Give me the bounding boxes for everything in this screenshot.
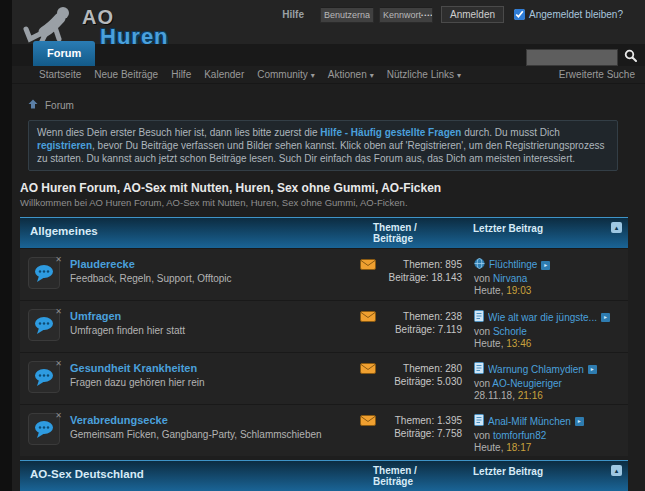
page-subtitle: Willkommen bei AO Huren Forum, AO-Sex mi… — [20, 197, 628, 208]
posts-count: Beiträge: 18.143 — [386, 271, 462, 284]
last-post-time[interactable]: 18:17 — [506, 442, 531, 453]
forum-row-gesundheit: ✕ Gesundheit Krankheiten Fragen dazu geh… — [20, 352, 628, 404]
last-post-user[interactable]: Nirvana — [493, 273, 527, 284]
category-header: Allgemeines Themen / Beiträge Letzter Be… — [20, 217, 628, 248]
search-button[interactable] — [624, 49, 637, 65]
last-post-date: 28.11.18, — [474, 390, 515, 401]
column-last-post: Letzter Beitrag — [473, 465, 611, 477]
collapse-icon[interactable] — [611, 465, 622, 476]
faq-link[interactable]: Hilfe - Häufig gestellte Fragen — [320, 127, 461, 138]
menu-nuetzliche-links[interactable]: Nützliche Links — [387, 69, 461, 80]
new-posts-marker — [360, 359, 386, 376]
goto-last-post-icon[interactable] — [588, 365, 597, 374]
document-icon — [474, 310, 488, 326]
advanced-search-link[interactable]: Erweiterte Suche — [559, 69, 635, 80]
remember-me-checkbox[interactable] — [514, 9, 525, 20]
new-posts-marker — [360, 255, 386, 272]
forum-link[interactable]: Gesundheit Krankheiten — [70, 362, 197, 374]
menu-startseite[interactable]: Startseite — [39, 69, 81, 80]
forum-description: Umfragen finden hier statt — [70, 325, 360, 336]
forum-link[interactable]: Verabredungsecke — [70, 414, 168, 426]
last-post-cell: Warnung Chlamydien von AO-Neugieriger 28… — [474, 359, 622, 403]
forum-row-umfragen: ✕ Umfragen Umfragen finden hier statt — [20, 300, 628, 352]
home-icon[interactable] — [28, 99, 45, 111]
goto-last-post-icon[interactable] — [541, 261, 550, 270]
by-label: von — [474, 273, 490, 284]
envelope-icon — [360, 313, 376, 324]
category-title[interactable]: AO-Sex Deutschland — [30, 465, 373, 480]
close-icon: ✕ — [55, 411, 62, 420]
forum-link[interactable]: Umfragen — [70, 310, 121, 322]
forum-link[interactable]: Plauderecke — [70, 258, 135, 270]
password-mask: •••• — [421, 12, 433, 18]
last-post-title[interactable]: Anal-Milf München — [488, 416, 571, 429]
category-ao-sex-deutschland: AO-Sex Deutschland Themen / Beiträge Let… — [20, 460, 628, 491]
last-post-title[interactable]: Wie alt war die jüngste... — [488, 312, 597, 325]
collapse-icon[interactable] — [611, 222, 622, 233]
remember-me-label[interactable]: Angemeldet bleiben? — [529, 9, 623, 20]
posts-count: Beiträge: 7.758 — [386, 427, 462, 440]
last-post-date: Heute, — [474, 338, 503, 349]
posts-count: Beiträge: 7.119 — [386, 323, 462, 336]
category-title[interactable]: Allgemeines — [30, 222, 373, 237]
forum-description: Feedback, Regeln, Support, Offtopic — [70, 273, 360, 284]
topics-count: Themen: 238 — [386, 310, 462, 323]
login-bar: Hilfe Kennwort •••• Anmelden Angemeldet … — [282, 6, 623, 23]
new-posts-marker — [360, 307, 386, 324]
last-post-time[interactable]: 19:03 — [506, 285, 531, 296]
hilfe-link[interactable]: Hilfe — [282, 9, 304, 20]
search-input[interactable] — [526, 49, 618, 66]
new-posts-marker — [360, 411, 386, 428]
menu-neue-beitraege[interactable]: Neue Beiträge — [94, 69, 158, 80]
last-post-user[interactable]: tomforfun82 — [493, 430, 546, 441]
last-post-user[interactable]: Schorle — [493, 326, 527, 337]
by-label: von — [474, 430, 490, 441]
main: AO Huren Hilfe Kennwort •••• Anmelden An… — [12, 0, 645, 491]
breadcrumb: Forum — [28, 99, 628, 111]
last-post-title[interactable]: Warnung Chlamydien — [488, 364, 584, 377]
topics-count: Themen: 1.395 — [386, 414, 462, 427]
close-icon: ✕ — [55, 307, 62, 316]
envelope-icon — [360, 365, 376, 376]
goto-last-post-icon[interactable] — [601, 313, 610, 322]
login-button[interactable]: Anmelden — [441, 6, 504, 23]
column-last-post: Letzter Beitrag — [473, 222, 611, 234]
content: Forum Wenn dies Dein erster Besuch hier … — [12, 84, 645, 491]
last-post-time[interactable]: 13:46 — [506, 338, 531, 349]
category-allgemeines: Allgemeines Themen / Beiträge Letzter Be… — [20, 217, 628, 456]
close-icon: ✕ — [55, 359, 62, 368]
document-icon — [474, 362, 488, 378]
password-input[interactable]: Kennwort •••• — [379, 7, 433, 23]
forum-row-verabredungsecke: ✕ Verabredungsecke Gemeinsam Ficken, Gan… — [20, 404, 628, 456]
envelope-icon — [360, 417, 376, 428]
forum-description: Gemeinsam Ficken, Gangbang-Party, Schlam… — [70, 429, 360, 440]
last-post-time[interactable]: 21:16 — [518, 390, 543, 401]
last-post-user[interactable]: AO-Neugieriger — [492, 378, 561, 389]
register-link[interactable]: registrieren — [37, 140, 92, 151]
username-input[interactable] — [320, 7, 374, 23]
menu-hilfe[interactable]: Hilfe — [171, 69, 191, 80]
menubar: Startseite Neue Beiträge Hilfe Kalender … — [12, 66, 645, 84]
speech-bubble-icon: ✕ — [28, 257, 60, 289]
last-post-cell: Wie alt war die jüngste... von Schorle H… — [474, 307, 622, 351]
goto-last-post-icon[interactable] — [575, 417, 584, 426]
page: AO Huren Hilfe Kennwort •••• Anmelden An… — [0, 0, 645, 491]
forum-info: Verabredungsecke Gemeinsam Ficken, Gangb… — [70, 411, 360, 440]
forum-status-cell: ✕ — [28, 411, 70, 445]
tab-forum[interactable]: Forum — [33, 41, 95, 66]
forum-stats: Themen: 280 Beiträge: 5.030 — [386, 359, 462, 388]
forum-info: Umfragen Umfragen finden hier statt — [70, 307, 360, 336]
topics-count: Themen: 280 — [386, 362, 462, 375]
last-post-title[interactable]: Flüchtlinge — [489, 259, 537, 272]
by-label: von — [474, 326, 490, 337]
speech-bubble-icon: ✕ — [28, 309, 60, 341]
left-gutter — [0, 0, 12, 491]
menu-aktionen[interactable]: Aktionen — [328, 69, 374, 80]
forum-info: Plauderecke Feedback, Regeln, Support, O… — [70, 255, 360, 284]
close-icon: ✕ — [55, 255, 62, 264]
forum-status-cell: ✕ — [28, 359, 70, 393]
menu-community[interactable]: Community — [257, 69, 315, 80]
breadcrumb-forum[interactable]: Forum — [45, 100, 74, 111]
remember-me: Angemeldet bleiben? — [514, 9, 623, 20]
menu-kalender[interactable]: Kalender — [204, 69, 244, 80]
